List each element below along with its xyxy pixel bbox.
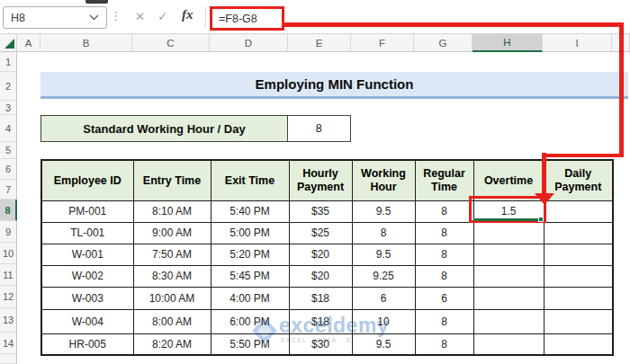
cell[interactable]: 5:50 PM xyxy=(211,333,289,355)
table-header-cell[interactable]: Entry Time xyxy=(133,160,211,200)
row-header-8[interactable]: 8 xyxy=(0,200,17,221)
cell[interactable] xyxy=(544,309,613,333)
cell[interactable]: 8 xyxy=(415,265,473,287)
column-header-c[interactable]: C xyxy=(132,34,210,52)
cell[interactable]: $30 xyxy=(289,333,352,355)
annotation-arrow-segment xyxy=(619,22,624,157)
row-header-5[interactable]: 5 xyxy=(0,142,17,159)
standard-hour-value-cell[interactable]: 8 xyxy=(287,115,352,142)
cell[interactable]: $18 xyxy=(289,309,352,333)
cell[interactable] xyxy=(544,265,613,287)
cell[interactable]: 8 xyxy=(415,244,473,265)
title-cell[interactable]: Employing MIN Function xyxy=(40,72,628,99)
cell[interactable] xyxy=(544,333,613,355)
cell[interactable]: TL-001 xyxy=(41,222,133,244)
cell[interactable]: 8 xyxy=(352,222,415,244)
cell[interactable]: 5:20 PM xyxy=(211,244,289,265)
cell[interactable]: 4:00 PM xyxy=(211,287,289,309)
row-header-14[interactable]: 14 xyxy=(0,333,17,354)
cell[interactable] xyxy=(473,287,544,309)
cell[interactable]: 5:40 PM xyxy=(211,200,289,222)
table-header-cell[interactable]: Exit Time xyxy=(211,160,289,200)
cell[interactable] xyxy=(544,244,613,265)
more-options-dots-icon[interactable]: ⋮ xyxy=(110,9,122,22)
cell[interactable]: W-001 xyxy=(41,244,133,265)
table-header-cell[interactable]: Overtime xyxy=(473,160,544,200)
cell[interactable]: 6 xyxy=(415,287,473,309)
cell[interactable]: 8 xyxy=(415,309,473,333)
table-header-cell[interactable]: Working Hour xyxy=(352,160,415,200)
table-header-cell[interactable]: Daily Payment xyxy=(544,160,613,200)
enter-button[interactable]: ✓ xyxy=(158,9,167,23)
cell[interactable]: 9.5 xyxy=(352,244,415,265)
cell[interactable]: W-004 xyxy=(41,309,133,333)
cell[interactable] xyxy=(473,309,544,333)
cell[interactable]: $25 xyxy=(289,222,352,244)
cell[interactable]: 8:20 AM xyxy=(133,333,211,355)
cell[interactable] xyxy=(473,265,544,287)
table-header-cell[interactable]: Hourly Payment xyxy=(289,160,352,200)
row-header-4[interactable]: 4 xyxy=(0,115,17,142)
cell[interactable]: $20 xyxy=(289,265,352,287)
cell[interactable]: PM-001 xyxy=(41,200,133,222)
cell[interactable]: 8:30 AM xyxy=(133,265,211,287)
cell[interactable]: 8:00 AM xyxy=(133,309,211,333)
cell[interactable]: $18 xyxy=(289,287,352,309)
column-header-h[interactable]: H xyxy=(472,34,543,52)
cell[interactable]: 9:00 AM xyxy=(133,222,211,244)
cell[interactable]: 9.25 xyxy=(352,265,415,287)
cancel-button[interactable]: ✕ xyxy=(135,9,145,23)
cell[interactable]: $20 xyxy=(289,244,352,265)
cell[interactable]: 8 xyxy=(415,200,473,222)
row-header-6[interactable]: 6 xyxy=(0,159,17,180)
cell[interactable]: W-003 xyxy=(41,287,133,309)
column-header-f[interactable]: F xyxy=(351,34,414,52)
row-header-3[interactable]: 3 xyxy=(0,101,17,115)
cell[interactable] xyxy=(473,333,544,355)
cell[interactable]: 9.5 xyxy=(352,200,415,222)
row-header-9[interactable]: 9 xyxy=(0,221,17,243)
cell[interactable]: HR-005 xyxy=(41,333,133,355)
row-header-1[interactable]: 1 xyxy=(0,52,17,72)
cell[interactable]: W-002 xyxy=(41,265,133,287)
fill-handle[interactable] xyxy=(538,217,544,222)
row-header-2[interactable]: 2 xyxy=(0,72,17,101)
cell[interactable]: $35 xyxy=(289,200,352,222)
cell[interactable]: 10:00 AM xyxy=(133,287,211,309)
select-all-button[interactable] xyxy=(0,34,17,52)
cell[interactable]: 5:45 PM xyxy=(211,265,289,287)
column-header-b[interactable]: B xyxy=(40,34,132,52)
row-header-10[interactable]: 10 xyxy=(0,243,17,264)
row-header-13[interactable]: 13 xyxy=(0,308,17,333)
cell[interactable]: 10 xyxy=(352,309,415,333)
cell[interactable]: 8 xyxy=(415,222,473,244)
standard-hour-label-cell[interactable]: Standard Working Hour / Day xyxy=(40,115,288,142)
table-header-cell[interactable]: Regular Time xyxy=(415,160,473,200)
row-header-partial[interactable] xyxy=(0,354,17,364)
cell[interactable]: 5:00 PM xyxy=(211,222,289,244)
cell[interactable]: 6:00 PM xyxy=(211,309,289,333)
cell[interactable] xyxy=(544,287,613,309)
row-header-11[interactable]: 11 xyxy=(0,264,17,286)
column-header-e[interactable]: E xyxy=(288,34,351,52)
cell[interactable] xyxy=(544,200,613,222)
column-header-i[interactable]: I xyxy=(543,34,612,52)
cell[interactable]: 7:50 AM xyxy=(133,244,211,265)
chevron-down-icon[interactable] xyxy=(89,14,99,21)
cell[interactable]: 8:10 AM xyxy=(133,200,211,222)
row-header-7[interactable]: 7 xyxy=(0,180,17,200)
name-box[interactable]: H8 xyxy=(3,6,107,29)
column-header-g[interactable]: G xyxy=(414,34,472,52)
row-header-12[interactable]: 12 xyxy=(0,286,17,308)
column-header-d[interactable]: D xyxy=(210,34,288,52)
insert-function-button[interactable]: fx xyxy=(182,7,194,22)
table-header-cell[interactable]: Employee ID xyxy=(41,160,133,200)
formula-input[interactable]: =F8-G8 xyxy=(210,6,284,31)
cell[interactable] xyxy=(473,244,544,265)
cell[interactable]: 9.5 xyxy=(352,333,415,355)
cell[interactable] xyxy=(544,222,613,244)
column-header-a[interactable]: A xyxy=(17,34,40,52)
cell[interactable] xyxy=(473,222,544,244)
cell[interactable]: 6 xyxy=(352,287,415,309)
cell[interactable]: 8 xyxy=(415,333,473,355)
